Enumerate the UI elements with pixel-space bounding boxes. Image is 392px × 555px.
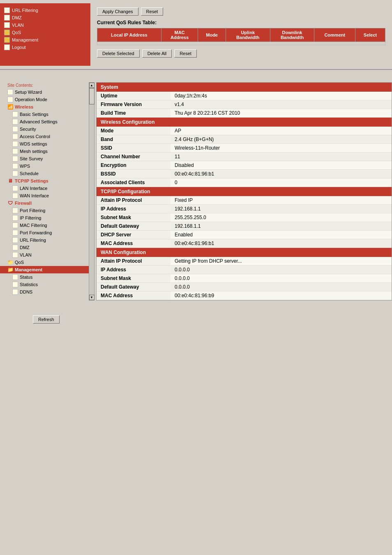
doc-icon: [12, 252, 18, 258]
attain-ip-row: Attain IP Protocol Fixed IP: [97, 196, 392, 205]
sidebar-item-port-forwarding[interactable]: Port Forwarding: [0, 229, 89, 236]
sidebar-item-advanced-settings[interactable]: Advanced Settings: [0, 118, 89, 125]
sidebar-item-schedule[interactable]: Schedule: [0, 170, 89, 177]
scroll-thumb[interactable]: [89, 88, 95, 104]
sidebar-item-tcpip-settings[interactable]: 🖥 TCP/IP Settings: [0, 177, 89, 185]
sidebar-item-mac-filtering[interactable]: MAC Filtering: [0, 222, 89, 229]
doc-icon: [12, 185, 18, 191]
sidebar-item-wps[interactable]: WPS: [0, 162, 89, 170]
doc-icon: [12, 134, 18, 139]
sidebar-item-status[interactable]: Status: [0, 273, 89, 281]
doc-icon: [12, 156, 18, 162]
folder-icon: 🖥: [7, 178, 13, 184]
encryption-row: Encryption Disabled: [97, 161, 392, 170]
delete-all-button[interactable]: Delete All: [142, 49, 172, 58]
doc-icon: [12, 193, 18, 199]
subnet-mask-row: Subnet Mask 255.255.255.0: [97, 213, 392, 222]
folder-icon: [4, 37, 10, 43]
sidebar-item-statistics[interactable]: Statistics: [0, 281, 89, 288]
sidebar-scrollbar[interactable]: ▲ ▼: [89, 82, 95, 301]
doc-icon: [12, 230, 18, 236]
scroll-track[interactable]: [89, 88, 94, 295]
refresh-button[interactable]: Refresh: [33, 315, 60, 324]
scroll-down-arrow[interactable]: ▼: [89, 295, 95, 300]
sidebar-item-qos[interactable]: 📁 QoS: [0, 259, 89, 266]
top-sidebar-item-management[interactable]: Management: [0, 36, 90, 44]
wan-gateway-row: Default Gateway 0.0.0.0: [97, 283, 392, 291]
sidebar-item-wireless[interactable]: 📶 Wireless: [0, 103, 89, 111]
col-mac-address: MACAddress: [161, 28, 198, 42]
sidebar-item-vlan[interactable]: VLAN: [0, 251, 89, 259]
sidebar-item-security[interactable]: Security: [0, 125, 89, 133]
top-sidebar-item-url-filtering[interactable]: URL Filtering: [0, 7, 90, 14]
doc-icon: [12, 163, 18, 169]
sidebar-item-basic-settings[interactable]: Basic Settings: [0, 111, 89, 118]
top-sidebar: URL Filtering DMZ VLAN QoS Management Lo…: [0, 3, 90, 66]
delete-selected-button[interactable]: Delete Selected: [97, 49, 140, 58]
build-time-row: Build Time Thu Apr 8 20:22:16 CST 2010: [97, 109, 392, 118]
sidebar-item-access-control[interactable]: Access Control: [0, 133, 89, 140]
apply-changes-button[interactable]: Apply Changes: [97, 7, 138, 16]
wan-subnet-row: Subnet Mask 0.0.0.0: [97, 274, 392, 283]
assoc-clients-row: Associated Clients 0: [97, 178, 392, 187]
doc-icon: [12, 141, 18, 147]
doc-icon: [12, 237, 18, 243]
col-uplink: UplinkBandwidth: [226, 28, 270, 42]
wireless-section-header: Wireless Configuration: [97, 118, 392, 127]
status-panel: System Uptime 0day:1h:2m:4s Firmware Ver…: [96, 82, 392, 301]
wireless-folder-icon: 📶: [7, 104, 13, 110]
sidebar-item-wds-settings[interactable]: WDS settings: [0, 140, 89, 148]
sidebar-item-url-filtering[interactable]: URL Filtering: [0, 236, 89, 244]
doc-icon: [12, 171, 18, 176]
sidebar-item-setup-wizard[interactable]: Setup Wizard: [0, 88, 89, 96]
section-separator: [0, 70, 392, 82]
scroll-up-arrow[interactable]: ▲: [89, 83, 95, 88]
doc-icon: [12, 208, 18, 213]
folder-icon: 📁: [7, 267, 13, 273]
band-row: Band 2.4 GHz (B+G+N): [97, 135, 392, 144]
reset-button-top[interactable]: Reset: [141, 7, 164, 16]
channel-row: Channel Number 11: [97, 153, 392, 161]
doc-icon: [4, 44, 10, 50]
doc-icon: [4, 7, 10, 13]
sidebar-nav: Site Contents: Setup Wizard Operation Mo…: [0, 82, 89, 296]
bssid-row: BSSID 00:e0:4c:81:96:b1: [97, 170, 392, 178]
doc-icon: [12, 245, 18, 250]
bottom-sidebar-wrapper: Site Contents: Setup Wizard Operation Mo…: [0, 82, 95, 301]
sidebar-content: Site Contents: Setup Wizard Operation Mo…: [0, 82, 89, 301]
sidebar-item-dmz[interactable]: DMZ: [0, 244, 89, 251]
sidebar-item-operation-mode[interactable]: Operation Mode: [0, 96, 89, 103]
sidebar-item-ip-filtering[interactable]: IP Filtering: [0, 214, 89, 222]
doc-icon: [12, 289, 18, 295]
sidebar-item-firewall[interactable]: 🛡 Firewall: [0, 199, 89, 207]
doc-icon: [12, 215, 18, 221]
top-sidebar-item-logout[interactable]: Logout: [0, 44, 90, 51]
top-sidebar-item-vlan[interactable]: VLAN: [0, 21, 90, 29]
mac-address-row: MAC Address 00:e0:4c:81:96:b1: [97, 239, 392, 248]
folder-icon: 📁: [7, 259, 13, 265]
dhcp-server-row: DHCP Server Enabled: [97, 231, 392, 239]
sidebar-item-lan-interface[interactable]: LAN Interface: [0, 185, 89, 192]
ip-address-row: IP Address 192.168.1.1: [97, 205, 392, 213]
system-section-header: System: [97, 83, 392, 92]
tcpip-section-header: TCP/IP Configuration: [97, 187, 392, 197]
doc-icon: [4, 22, 10, 28]
wan-ip-row: IP Address 0.0.0.0: [97, 266, 392, 274]
doc-icon: [12, 274, 18, 280]
top-sidebar-item-qos[interactable]: QoS: [0, 29, 90, 36]
uptime-row: Uptime 0day:1h:2m:4s: [97, 92, 392, 100]
qos-rules-table: Local IP Address MACAddress Mode UplinkB…: [97, 28, 385, 45]
top-sidebar-item-dmz[interactable]: DMZ: [0, 14, 90, 21]
qos-table-title: Current QoS Rules Table:: [97, 20, 385, 25]
reset-button-bottom[interactable]: Reset: [174, 49, 197, 58]
sidebar-item-ddns[interactable]: DDNS: [0, 288, 89, 296]
sidebar-item-management[interactable]: 📁 Management: [0, 266, 89, 273]
doc-icon: [7, 89, 13, 95]
sidebar-item-site-survey[interactable]: Site Survey: [0, 155, 89, 162]
sidebar-item-mesh-settings[interactable]: Mesh settings: [0, 148, 89, 155]
doc-icon: [12, 148, 18, 154]
sidebar-item-wan-interface[interactable]: WAN Interface: [0, 192, 89, 199]
sidebar-item-port-filtering[interactable]: Port Filtering: [0, 207, 89, 214]
doc-icon: [12, 126, 18, 132]
top-main-content: Apply Changes Reset Current QoS Rules Ta…: [90, 3, 392, 66]
